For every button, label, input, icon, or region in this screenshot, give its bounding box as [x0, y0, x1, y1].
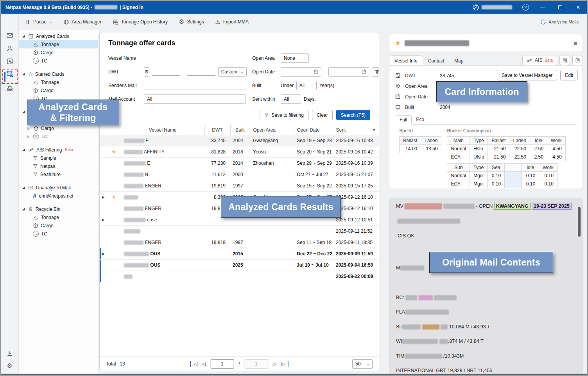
dwt-min-input[interactable]: [152, 68, 180, 76]
tree-section-unanalyzed-mail[interactable]: ◢Unanalyzed Mail: [19, 184, 98, 192]
column-header-built[interactable]: Built: [230, 125, 250, 135]
sent-within-select[interactable]: All⌄: [281, 94, 301, 104]
tree-item-tonnage[interactable]: Tonnage: [19, 78, 98, 86]
search-button[interactable]: Search (F5): [336, 110, 370, 120]
rail-cards-button[interactable]: [5, 57, 14, 65]
tree-item-cargo[interactable]: ▷Cargo: [19, 124, 98, 132]
prev-page-button[interactable]: ◁: [202, 361, 206, 367]
minimize-button[interactable]: [533, 1, 551, 14]
column-header-vessel-name[interactable]: Vessel Name: [121, 125, 204, 135]
expand-row-icon[interactable]: ▶: [102, 252, 105, 256]
senders-mail-input[interactable]: [144, 82, 246, 89]
tab-map[interactable]: Map: [449, 56, 468, 66]
card-open-button[interactable]: [572, 55, 583, 65]
page-size-select[interactable]: 50⌄: [352, 359, 373, 369]
table-row[interactable]: ENGER19,8191997Sep 11 ~ Sep 182025-09-11…: [100, 237, 379, 248]
original-mail-panel[interactable]: MV - OPEN KWANGYANG 19-23 SEP 2025--CIS …: [389, 198, 583, 374]
clear-button[interactable]: Clear: [312, 110, 333, 120]
save-to-filtering-button[interactable]: Save to filtering: [260, 110, 308, 120]
tonnage-open-history-button[interactable]: Tonnage Open History: [113, 19, 168, 25]
tree-item-netpas[interactable]: Netpas: [19, 162, 98, 170]
expand-icon[interactable]: ◢: [22, 72, 26, 76]
help-button[interactable]: ?: [518, 1, 533, 14]
vessel-name-input[interactable]: [144, 54, 246, 62]
tree-item-tc[interactable]: TCTC: [19, 57, 98, 65]
page-number-input[interactable]: 1: [210, 359, 234, 369]
rail-vessel-button[interactable]: [5, 83, 14, 91]
expand-icon[interactable]: ◢: [22, 110, 26, 114]
table-row[interactable]: 2025-09-11 21:52: [100, 226, 379, 237]
card-history-button[interactable]: [559, 55, 570, 65]
close-button[interactable]: ✕: [569, 1, 587, 14]
table-row[interactable]: E77,2302014ZhoushanSep 29 ~ Sep 292025-0…: [100, 158, 379, 169]
next-page-button[interactable]: ▷: [273, 361, 276, 367]
table-row[interactable]: E33,7452004GwangyangSep 19 ~ Sep 232025-…: [100, 135, 379, 146]
expand-icon[interactable]: ◢: [22, 34, 26, 38]
rail-download-button[interactable]: [5, 349, 14, 357]
expand-row-icon[interactable]: ▶: [102, 195, 105, 199]
star-icon[interactable]: ★: [395, 39, 401, 47]
table-row[interactable]: ▶ OUS2015Dec 22 ~ Dec 222025-09-09 11:59: [100, 248, 379, 260]
dwt-settings-button[interactable]: ⚙: [144, 67, 149, 77]
tree-item-tc[interactable]: ▷TCTC: [19, 132, 98, 141]
tree-item-tonnage[interactable]: Tonnage: [19, 213, 98, 221]
table-row[interactable]: OUS2025Jul 10 ~ Jul 102025-09-04 16:50: [100, 260, 379, 271]
tree-section-starred-cards[interactable]: ◢☆Starred Cards: [19, 70, 98, 78]
scrollbar-thumb[interactable]: [578, 207, 581, 237]
save-to-vessel-manager-button[interactable]: Save to Vessel Manager: [497, 70, 557, 80]
table-row[interactable]: 2025-08-22 00:09: [100, 271, 379, 282]
area-manager-button[interactable]: Area Manager: [63, 19, 102, 25]
first-page-button[interactable]: ▏◁: [190, 361, 197, 367]
tree-item-cargo[interactable]: Cargo: [19, 86, 98, 94]
account-button[interactable]: [467, 1, 518, 14]
collapse-icon[interactable]: ▷: [27, 135, 31, 139]
mail-account-select[interactable]: All⌄: [144, 94, 246, 104]
tree-item-tc[interactable]: TCTC: [19, 230, 98, 238]
rail-mail-button[interactable]: [5, 32, 14, 39]
tree-item-tonnage[interactable]: Tonnage: [19, 40, 98, 48]
import-mma-button[interactable]: Import MMA: [215, 19, 249, 25]
table-row[interactable]: ENGER19,8191997Sep 15 ~ Sep 222025-09-15…: [100, 180, 379, 192]
column-header-sent[interactable]: Sent▼: [333, 125, 379, 135]
last-page-button[interactable]: ▷▕: [281, 361, 288, 367]
star-icon[interactable]: ★: [112, 194, 116, 200]
subtab-full[interactable]: Full: [395, 115, 412, 125]
expand-row-icon[interactable]: ▶: [102, 218, 105, 222]
maximize-button[interactable]: [551, 1, 569, 14]
tree-item-cargo[interactable]: Cargo: [19, 221, 98, 230]
column-header-open-area[interactable]: Open Area: [250, 125, 294, 135]
dwt-max-input[interactable]: [187, 68, 215, 76]
ais-button[interactable]: AISBeta: [522, 55, 557, 65]
collapse-icon[interactable]: ▷: [27, 127, 31, 130]
dwt-mode-select[interactable]: Custom⌄: [218, 67, 247, 77]
open-date-from-input[interactable]: [281, 67, 321, 77]
tab-contact[interactable]: Contact: [423, 56, 449, 66]
rail-contacts-button[interactable]: [5, 45, 14, 52]
expand-icon[interactable]: ◢: [22, 186, 26, 189]
pause-button[interactable]: Pause ⌄: [25, 19, 52, 25]
subtab-eco[interactable]: Eco: [412, 115, 428, 125]
tree-item-cargo[interactable]: Cargo: [19, 48, 98, 57]
star-icon[interactable]: ★: [112, 149, 116, 155]
tree-section-ais-filtering[interactable]: ◢AIS FilteringBeta: [19, 146, 98, 154]
expand-icon[interactable]: ◢: [22, 148, 26, 151]
built-select[interactable]: All⌄: [296, 81, 317, 90]
tree-item-seafuture[interactable]: Seafuture: [19, 170, 98, 178]
open-date-to-input[interactable]: [328, 67, 369, 77]
open-area-select[interactable]: None⌄: [281, 53, 309, 63]
tab-vessel-info[interactable]: Vessel Info: [389, 55, 423, 66]
table-row[interactable]: ★ AFFINITY81,8282018YeosuSep 20 ~ Sep 21…: [100, 146, 379, 158]
column-header-open-date[interactable]: Open Date: [294, 125, 333, 135]
settings-button[interactable]: ⚙ Settings: [179, 19, 204, 25]
tree-section-analyzed-cards[interactable]: ◢Analyzed Cards: [19, 32, 98, 40]
expand-icon[interactable]: ◢: [22, 207, 26, 211]
table-row[interactable]: N11,6122000Oct 27 ~ Jul 272025-09-15 21:…: [100, 169, 379, 180]
tree-section-recycle-bin[interactable]: ◢Recycle Bin: [19, 205, 98, 213]
column-header-dwt[interactable]: DWT: [204, 125, 230, 135]
edit-button[interactable]: Edit: [560, 70, 578, 80]
tree-item-erin@netpas.net[interactable]: Aerin@netpas.net: [19, 192, 98, 200]
open-date-clear-button[interactable]: [372, 67, 379, 77]
rail-settings-button[interactable]: ⚙: [5, 362, 14, 370]
hamburger-menu-icon[interactable]: ≡: [574, 40, 577, 46]
tree-item-sample[interactable]: Sample: [19, 154, 98, 162]
